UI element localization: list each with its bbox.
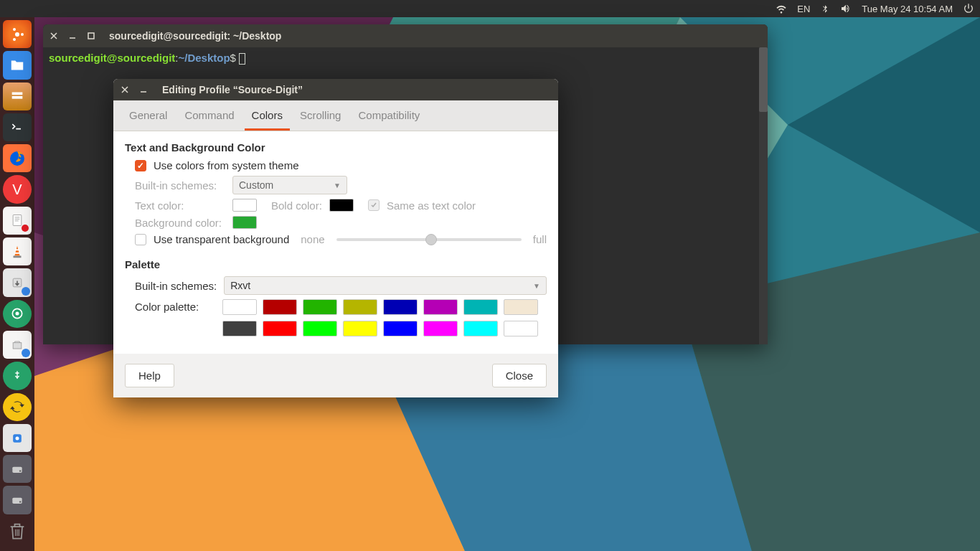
power-icon[interactable] xyxy=(963,3,974,14)
close-icon[interactable] xyxy=(49,31,59,41)
prompt-symbol: $ xyxy=(230,52,236,64)
palette-cell[interactable] xyxy=(423,321,458,336)
maximize-icon[interactable] xyxy=(86,31,96,41)
palette-cell[interactable] xyxy=(222,299,257,315)
vlc-icon[interactable] xyxy=(3,237,32,265)
settings-app-icon[interactable] xyxy=(3,424,32,452)
tab-colors[interactable]: Colors xyxy=(245,100,290,131)
palette-row-2 xyxy=(222,321,538,336)
dialog-tabs: General Command Colors Scrolling Compati… xyxy=(113,100,558,131)
palette-cell[interactable] xyxy=(463,299,498,315)
same-as-text-checkbox xyxy=(368,199,380,211)
clock[interactable]: Tue May 24 10:54 AM xyxy=(862,4,953,14)
firefox-icon[interactable] xyxy=(3,144,32,172)
disk-icon[interactable] xyxy=(3,486,32,514)
builtin-schemes-select[interactable]: Custom ▼ xyxy=(232,176,347,194)
vivaldi-icon[interactable]: V xyxy=(3,175,32,203)
palette-cell[interactable] xyxy=(343,321,377,336)
svg-rect-14 xyxy=(12,96,23,99)
svg-marker-20 xyxy=(14,245,19,255)
dash-icon[interactable] xyxy=(3,20,32,48)
transparent-bg-checkbox[interactable] xyxy=(135,234,146,245)
svg-point-9 xyxy=(15,32,19,37)
palette-row-1 xyxy=(222,299,538,315)
minimize-icon[interactable] xyxy=(139,85,148,94)
wifi-icon[interactable] xyxy=(776,3,787,14)
tab-compatibility[interactable]: Compatibility xyxy=(351,100,427,131)
svg-point-26 xyxy=(16,312,19,316)
tab-general[interactable]: General xyxy=(122,100,174,131)
svg-rect-21 xyxy=(15,249,19,250)
text-color-label: Text color: xyxy=(135,199,225,212)
transparency-slider[interactable] xyxy=(336,238,522,241)
dialog-footer: Help Close xyxy=(113,354,558,397)
tab-scrolling[interactable]: Scrolling xyxy=(293,100,349,131)
terminal-scrollbar[interactable] xyxy=(759,47,768,344)
terminal-icon[interactable] xyxy=(3,113,32,141)
palette-cell[interactable] xyxy=(504,321,538,336)
svg-point-15 xyxy=(10,151,24,166)
svg-point-29 xyxy=(16,436,19,440)
bg-color-well[interactable] xyxy=(232,216,257,229)
dialog-body: Text and Background Color Use colors fro… xyxy=(113,131,558,354)
palette-cell[interactable] xyxy=(263,321,297,336)
close-button[interactable]: Close xyxy=(492,364,547,387)
palette-cell[interactable] xyxy=(383,299,418,315)
palette-cell[interactable] xyxy=(383,321,418,336)
terminal-title: sourcedigit@sourcedigit: ~/Desktop xyxy=(109,30,281,42)
tab-command[interactable]: Command xyxy=(177,100,241,131)
section-palette: Palette xyxy=(125,258,547,270)
use-system-theme-checkbox[interactable] xyxy=(135,160,146,171)
same-as-text-label: Same as text color xyxy=(387,199,476,212)
language-indicator[interactable]: EN xyxy=(797,4,810,14)
dialog-title: Editing Profile “Source-Digit” xyxy=(162,84,303,95)
bold-color-label: Bold color: xyxy=(271,199,322,212)
prompt-user: sourcedigit@sourcedigit xyxy=(49,52,175,64)
volume-icon[interactable] xyxy=(840,3,852,14)
svg-rect-30 xyxy=(12,466,22,472)
archive-manager-icon[interactable] xyxy=(3,268,32,296)
svg-rect-23 xyxy=(14,255,22,258)
transparent-bg-label: Use transparent background xyxy=(154,233,289,245)
prompt-path: ~/Desktop xyxy=(179,52,230,64)
palette-cell[interactable] xyxy=(263,299,297,315)
palette-cell[interactable] xyxy=(423,299,458,315)
section-text-bg: Text and Background Color xyxy=(125,141,547,154)
chevron-down-icon: ▼ xyxy=(334,182,341,189)
trash-icon[interactable] xyxy=(3,517,32,545)
palette-builtin-select[interactable]: Rxvt ▼ xyxy=(224,276,547,295)
text-editor-icon[interactable] xyxy=(3,207,32,235)
bold-color-well[interactable] xyxy=(329,199,354,212)
palette-cell[interactable] xyxy=(463,321,498,336)
palette-cell[interactable] xyxy=(343,299,377,315)
palette-cell[interactable] xyxy=(504,299,538,315)
palette-cell[interactable] xyxy=(222,321,257,336)
software-center-icon[interactable] xyxy=(3,331,32,359)
close-icon[interactable] xyxy=(121,85,129,94)
slider-none-label: none xyxy=(301,233,324,245)
bluetooth-icon[interactable] xyxy=(820,4,830,14)
palette-cell[interactable] xyxy=(303,299,337,315)
use-system-theme-label: Use colors from system theme xyxy=(154,159,299,171)
minimize-icon[interactable] xyxy=(67,31,77,41)
svg-rect-13 xyxy=(12,93,23,95)
help-button[interactable]: Help xyxy=(125,364,174,387)
builtin-schemes-value: Custom xyxy=(239,179,273,191)
palette-cell[interactable] xyxy=(303,321,337,336)
file-manager-icon[interactable] xyxy=(3,83,32,110)
dialog-titlebar[interactable]: Editing Profile “Source-Digit” xyxy=(113,79,558,100)
sync-icon[interactable] xyxy=(3,393,32,421)
svg-rect-32 xyxy=(12,498,22,504)
terminal-body[interactable]: sourcedigit@sourcedigit:~/Desktop$ xyxy=(43,47,768,69)
files-icon[interactable] xyxy=(3,51,32,79)
slider-full-label: full xyxy=(533,233,547,245)
builtin-schemes-label: Built-in schemes: xyxy=(135,179,225,192)
usb-icon[interactable] xyxy=(3,362,32,390)
camera-icon[interactable] xyxy=(3,300,32,328)
svg-point-33 xyxy=(19,501,22,503)
text-color-well[interactable] xyxy=(232,199,257,212)
top-panel: EN Tue May 24 10:54 AM xyxy=(0,0,980,17)
color-palette-label: Color palette: xyxy=(135,299,215,313)
disk-icon[interactable] xyxy=(3,455,32,483)
terminal-titlebar[interactable]: sourcedigit@sourcedigit: ~/Desktop xyxy=(43,24,768,47)
